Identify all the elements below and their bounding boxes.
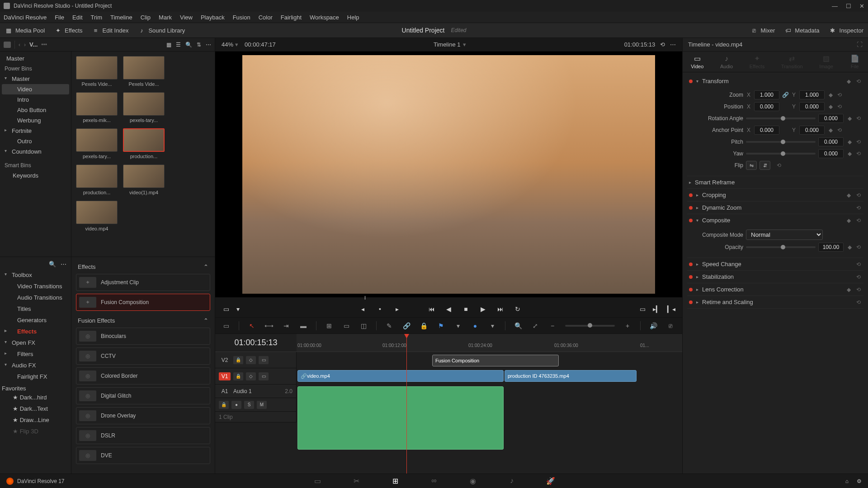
dyn-trim-tool[interactable]: ⇥ [282,322,291,330]
sec-smart-reframe[interactable]: Smart Reframe [695,179,735,186]
flag-drop-icon[interactable]: ▾ [453,322,462,330]
page-color[interactable]: ◉ [467,476,479,485]
close-button[interactable]: ✕ [859,3,864,9]
sound-library-toggle[interactable]: ♪Sound Library [137,27,185,34]
razor-icon[interactable]: ✎ [385,322,394,330]
page-edit[interactable]: ⊞ [389,476,401,485]
link-icon[interactable]: 🔗 [402,322,411,330]
fx-options-icon[interactable]: ⋯ [61,261,66,267]
v1-auto[interactable]: ◇ [246,372,256,380]
tab-video[interactable]: ▭Video [691,55,703,69]
tab-audio[interactable]: ♪Audio [720,55,733,69]
prev-edit-button[interactable]: ◂ [359,305,368,314]
menu-color[interactable]: Color [259,14,273,21]
fav-2[interactable]: ★ Dark...Text [2,403,69,414]
sec-speed[interactable]: Speed Change [702,261,741,267]
marker-icon[interactable]: ● [471,322,480,330]
stop-button[interactable]: ■ [462,305,471,314]
thumb-view-icon[interactable]: ▦ [166,42,171,48]
zoom-link[interactable]: 🔗 [782,92,788,98]
bin-master[interactable]: Master [2,74,69,84]
fusion-effect-item[interactable]: ◎Colored Border [76,367,210,385]
play-button[interactable]: ▶ [479,305,488,314]
rotation-slider[interactable] [746,117,816,119]
minimize-button[interactable]: — [832,3,838,9]
edit-index-toggle[interactable]: ≡Edit Index [92,27,129,34]
menu-workspace[interactable]: Workspace [310,14,339,21]
tab-image[interactable]: ▨Image [819,55,833,69]
media-clip[interactable]: pexels-mik... [76,92,118,123]
composite-mode-select[interactable]: Normal [746,230,823,240]
fusion-effect-item[interactable]: ◎Digital Glitch [76,387,210,404]
page-fairlight[interactable]: ♪ [506,476,518,485]
menu-davinci[interactable]: DaVinci Resolve [4,14,47,21]
viewer-sync-icon[interactable]: ⟲ [660,41,665,48]
menu-view[interactable]: View [180,14,193,21]
track-a1-label[interactable]: A1 [219,388,231,394]
media-pool-toggle[interactable]: ▦Media Pool [5,27,45,34]
loop-button[interactable]: ↻ [513,305,522,314]
fav-3[interactable]: ★ Draw...Line [2,414,69,426]
pitch-val[interactable]: 0.000 [818,137,844,146]
timeline-ruler[interactable]: 01:00:00:00 01:00:12:00 01:00:24:00 01:0… [297,334,682,352]
flip-v[interactable]: ⇵ [760,161,770,170]
sec-cropping[interactable]: Cropping [702,192,726,198]
maximize-button[interactable]: ☐ [846,3,851,9]
viewer-mode-drop-icon[interactable]: ▾ [233,305,242,314]
jog-marker[interactable] [365,296,365,300]
fx-nav-atrans[interactable]: Audio Transitions [2,292,69,303]
prev-clip-icon[interactable]: ▎◂ [667,305,676,314]
v1-enable[interactable]: ▭ [259,372,269,380]
zoom-y[interactable]: 1.000 [799,90,825,99]
v2-auto[interactable]: ◇ [246,356,256,364]
fx-search-icon[interactable]: 🔍 [49,261,56,267]
tl-zoom-icon[interactable]: 🔍 [514,322,523,330]
timeline-name[interactable]: Timeline 1 [434,41,460,48]
bin-video[interactable]: Video [2,84,69,94]
a1-arm[interactable]: ● [231,401,241,409]
search-icon[interactable]: 🔍 [185,42,192,48]
nav-fwd-icon[interactable]: › [24,42,26,48]
menu-mark[interactable]: Mark [159,14,172,21]
next-clip-icon[interactable]: ▸▎ [652,305,661,314]
viewer-mode-icon[interactable]: ▭ [222,305,231,314]
media-clip[interactable]: pexels-tary... [76,128,118,159]
inspector-expand-icon[interactable]: ⛶ [857,41,863,48]
menu-help[interactable]: Help [347,14,359,21]
mixer-toggle[interactable]: ⎚Mixer [750,27,775,34]
options-icon[interactable]: ⋯ [206,42,211,48]
track-v2-label[interactable]: V2 [219,357,231,363]
match-frame-icon[interactable]: ▭ [638,305,647,314]
play-rev-button[interactable]: ◀ [444,305,453,314]
blade-tool[interactable]: ▬ [299,322,308,330]
insert-icon[interactable]: ⊞ [325,322,334,330]
mixer-icon[interactable]: ⎚ [666,322,675,330]
trim-tool[interactable]: ⟷ [264,322,274,330]
bin-werbung[interactable]: Werbung [2,115,69,126]
clip-audio[interactable] [297,386,504,450]
a1-lock[interactable]: 🔒 [219,401,229,409]
bin-outro[interactable]: Outro [2,136,69,146]
effect-item[interactable]: ✦Fusion Composition [76,294,210,311]
bin-master-top[interactable]: Master [2,53,69,64]
yaw-slider[interactable] [746,153,816,155]
collapse-icon[interactable]: ⌃ [203,317,208,324]
media-clip[interactable]: video.mp4 [76,201,118,231]
sec-transform[interactable]: Transform [702,78,729,84]
v2-enable[interactable]: ▭ [259,356,269,364]
menu-timeline[interactable]: Timeline [110,14,132,21]
bin-countdown[interactable]: Countdown [2,146,69,157]
fx-nav-audiofx[interactable]: Audio FX [2,360,69,371]
sec-stab[interactable]: Stabilization [702,273,734,280]
v2-lock[interactable]: 🔒 [233,356,243,364]
scrub-dot[interactable]: • [376,305,385,314]
fx-nav-openfx[interactable]: Open FX [2,337,69,348]
tab-file[interactable]: 📄File [850,55,860,69]
viewer-frame[interactable] [242,55,655,294]
page-fusion[interactable]: ∞ [428,476,440,485]
media-clip[interactable]: Pexels Vide... [76,56,118,87]
fav-4[interactable]: ★ Flip 3D [2,426,69,437]
clip-fusion[interactable]: Fusion Composition [432,355,559,366]
fusion-effect-item[interactable]: ◎CCTV [76,347,210,365]
playhead[interactable] [406,334,407,474]
